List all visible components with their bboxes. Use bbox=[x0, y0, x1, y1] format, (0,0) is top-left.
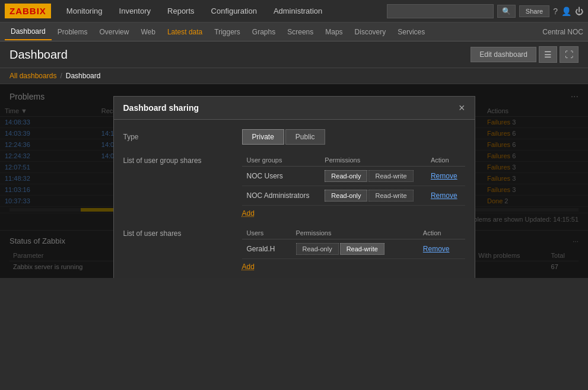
sub-nav: Dashboard Problems Overview Web Latest d… bbox=[0, 23, 588, 41]
group-perms-btns: Read-only Read-write bbox=[320, 186, 426, 206]
breadcrumb-current: Dashboard bbox=[66, 72, 101, 80]
subnav-maps[interactable]: Maps bbox=[319, 24, 348, 40]
user-row: Gerald.H Read-only Read-write Remove bbox=[242, 239, 465, 259]
user-shares-label: List of user shares bbox=[123, 227, 242, 271]
list-view-button[interactable]: ☰ bbox=[539, 46, 557, 63]
help-button[interactable]: ? bbox=[553, 7, 558, 16]
user-remove[interactable]: Remove bbox=[418, 239, 465, 259]
subnav-screens[interactable]: Screens bbox=[281, 24, 319, 40]
user-perms-btns: Read-only Read-write bbox=[291, 239, 418, 259]
user-button[interactable]: 👤 bbox=[561, 7, 571, 16]
group-row: NOC Administrators Read-only Read-write … bbox=[242, 186, 465, 206]
user-name: Gerald.H bbox=[242, 239, 291, 259]
modal-title: Dashboard sharing bbox=[123, 103, 199, 113]
power-button[interactable]: ⏻ bbox=[575, 7, 583, 16]
type-row: Type Private Public bbox=[123, 129, 465, 145]
group-remove-0[interactable]: Remove bbox=[426, 167, 465, 186]
subnav-latest-data[interactable]: Latest data bbox=[161, 24, 208, 40]
group-shares-table: User groups Permissions Action NOC Users bbox=[242, 154, 465, 206]
breadcrumb-separator: / bbox=[60, 72, 62, 80]
group-name: NOC Users bbox=[242, 167, 320, 186]
col-user-perms: Permissions bbox=[291, 227, 418, 239]
top-nav-right: 🔍 Share ? 👤 ⏻ bbox=[387, 4, 583, 18]
modal-close-button[interactable]: × bbox=[459, 103, 465, 113]
nav-reports[interactable]: Reports bbox=[159, 2, 203, 20]
top-nav-links: Monitoring Inventory Reports Configurati… bbox=[58, 2, 330, 20]
main-content: Problems ··· Time ▼ Recovery time Action… bbox=[0, 84, 588, 278]
perm-readonly-btn-1[interactable]: Read-only bbox=[325, 190, 367, 202]
col-user-action: Action bbox=[418, 227, 465, 239]
group-shares-label: List of user group shares bbox=[123, 154, 242, 218]
user-shares-row: List of user shares Users Permissions Ac… bbox=[123, 227, 465, 271]
group-remove-1[interactable]: Remove bbox=[426, 186, 465, 206]
subnav-web[interactable]: Web bbox=[135, 24, 161, 40]
search-input[interactable] bbox=[387, 4, 494, 18]
perm-readwrite-btn-0[interactable]: Read-write bbox=[368, 170, 413, 182]
subnav-discovery[interactable]: Discovery bbox=[349, 24, 392, 40]
breadcrumb-all-dashboards[interactable]: All dashboards bbox=[9, 72, 56, 80]
modal-overlay: Dashboard sharing × Type Private Public … bbox=[0, 84, 588, 278]
header-actions: Edit dashboard ☰ ⛶ bbox=[471, 46, 579, 63]
user-perm-readwrite-btn[interactable]: Read-write bbox=[340, 243, 384, 255]
group-perms-btns: Read-only Read-write bbox=[320, 167, 426, 186]
subnav-services[interactable]: Services bbox=[392, 24, 431, 40]
type-label: Type bbox=[123, 133, 242, 141]
page-title: Dashboard bbox=[9, 48, 68, 62]
group-add-link[interactable]: Add bbox=[242, 209, 255, 218]
type-public-button[interactable]: Public bbox=[285, 129, 325, 145]
nav-monitoring[interactable]: Monitoring bbox=[58, 2, 111, 20]
col-perms: Permissions bbox=[320, 154, 426, 167]
modal-body: Type Private Public List of user group s… bbox=[114, 120, 475, 278]
modal-header: Dashboard sharing × bbox=[114, 97, 475, 120]
group-shares-content: User groups Permissions Action NOC Users bbox=[242, 154, 465, 218]
search-button[interactable]: 🔍 bbox=[497, 5, 516, 18]
nav-inventory[interactable]: Inventory bbox=[111, 2, 159, 20]
logo[interactable]: ZABBIX bbox=[5, 4, 51, 18]
type-buttons: Private Public bbox=[242, 129, 325, 145]
perm-readonly-btn-0[interactable]: Read-only bbox=[325, 170, 367, 182]
expand-button[interactable]: ⛶ bbox=[560, 46, 579, 63]
subnav-graphs[interactable]: Graphs bbox=[246, 24, 281, 40]
subnav-problems[interactable]: Problems bbox=[52, 24, 94, 40]
subnav-overview[interactable]: Overview bbox=[93, 24, 135, 40]
user-add-link[interactable]: Add bbox=[242, 263, 255, 271]
group-name: NOC Administrators bbox=[242, 186, 320, 206]
subnav-dashboard[interactable]: Dashboard bbox=[5, 24, 52, 40]
type-private-button[interactable]: Private bbox=[242, 129, 284, 145]
perm-readwrite-btn-1[interactable]: Read-write bbox=[368, 190, 413, 202]
top-nav: ZABBIX Monitoring Inventory Reports Conf… bbox=[0, 0, 588, 23]
user-perm-readonly-btn[interactable]: Read-only bbox=[296, 243, 339, 255]
share-button[interactable]: Share bbox=[519, 5, 549, 17]
col-groups: User groups bbox=[242, 154, 320, 167]
user-shares-table: Users Permissions Action Gerald.H bbox=[242, 227, 465, 259]
col-users: Users bbox=[242, 227, 291, 239]
modal: Dashboard sharing × Type Private Public … bbox=[113, 96, 475, 278]
user-shares-content: Users Permissions Action Gerald.H bbox=[242, 227, 465, 271]
nav-administration[interactable]: Administration bbox=[265, 2, 330, 20]
page-header: Dashboard Edit dashboard ☰ ⛶ bbox=[0, 41, 588, 68]
nav-configuration[interactable]: Configuration bbox=[203, 2, 265, 20]
col-action-th: Action bbox=[426, 154, 465, 167]
edit-dashboard-button[interactable]: Edit dashboard bbox=[471, 47, 536, 62]
group-shares-row: List of user group shares User groups Pe… bbox=[123, 154, 465, 218]
subnav-triggers[interactable]: Triggers bbox=[208, 24, 246, 40]
group-row: NOC Users Read-only Read-write Remove bbox=[242, 167, 465, 186]
breadcrumb: All dashboards / Dashboard bbox=[0, 68, 588, 84]
noc-label: Central NOC bbox=[542, 28, 583, 36]
